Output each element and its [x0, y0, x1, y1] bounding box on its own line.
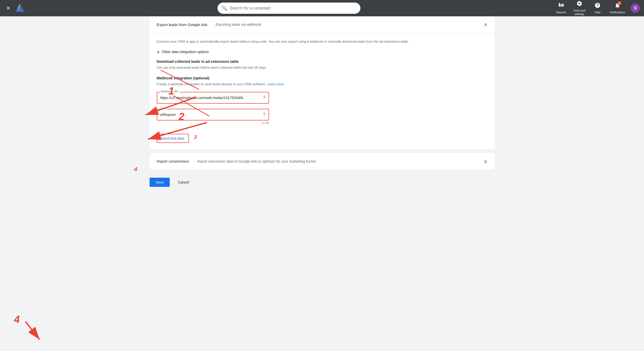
- key-help-icon[interactable]: ?: [263, 112, 265, 117]
- import-title: Import conversions: [157, 159, 189, 163]
- cancel-button[interactable]: Cancel: [174, 178, 193, 187]
- key-counter: 8 / 50: [157, 122, 269, 125]
- webhook-url-input-row[interactable]: ?: [157, 92, 269, 104]
- bottom-actions: 4 Save Cancel: [150, 174, 495, 191]
- search-icon: 🔍: [222, 5, 227, 11]
- webhook-desc-text: Create a webhook integration to send lea…: [157, 82, 267, 86]
- svg-line-15: [26, 322, 40, 340]
- other-data-label: Other data integration options: [162, 50, 209, 54]
- webhook-subsection: Webhook integration (optional) Create a …: [157, 76, 488, 143]
- download-subsection: Download collected leads in ad extension…: [157, 59, 488, 70]
- section-title-export: Export leads from Google Ads: [157, 22, 208, 27]
- section-header: Export leads from Google Ads Exporting l…: [150, 16, 495, 33]
- search-bar[interactable]: 🔍: [217, 3, 360, 14]
- tools-icon: [576, 1, 582, 8]
- tools-nav-button[interactable]: Tools and settings: [571, 0, 588, 17]
- other-data-toggle[interactable]: ∧ Other data integration options: [157, 50, 488, 54]
- download-title: Download collected leads in ad extension…: [157, 59, 488, 64]
- reports-label: Reports: [556, 10, 566, 14]
- nav-right: Reports Tools and settings Help: [553, 0, 640, 17]
- key-label: Key: [160, 107, 167, 110]
- section-header-left: Export leads from Google Ads Exporting l…: [157, 22, 261, 27]
- annotation-3: 3: [194, 134, 197, 140]
- help-label: Help: [595, 10, 601, 14]
- webhook-url-input[interactable]: [160, 96, 263, 100]
- export-leads-card: Export leads from Google Ads Exporting l…: [150, 16, 495, 149]
- key-input[interactable]: [160, 113, 263, 117]
- search-wrapper: 🔍: [28, 3, 550, 14]
- help-nav-button[interactable]: Help: [590, 1, 605, 15]
- key-field-wrapper: Key ? 8 / 50: [157, 109, 269, 125]
- main-content: Export leads from Google Ads Exporting l…: [143, 16, 501, 201]
- collapse-button[interactable]: ∧: [484, 21, 488, 28]
- svg-rect-5: [559, 3, 560, 7]
- import-subtitle: Import conversion data to Google Ads to …: [197, 159, 316, 163]
- help-icon: [594, 2, 601, 10]
- webhook-url-label: Webhook URL: [160, 90, 180, 93]
- notifications-label: Notifications: [610, 10, 625, 14]
- chevron-down-icon: ∨: [484, 158, 488, 164]
- section-body: Connect your CRM or app to automatically…: [150, 33, 495, 149]
- notifications-icon-wrapper: 1: [614, 2, 621, 10]
- notifications-nav-button[interactable]: 1 Notifications: [607, 1, 628, 15]
- notification-badge: 1: [617, 1, 622, 5]
- close-button[interactable]: ✕: [4, 4, 12, 12]
- import-conversions-card: Import conversions Import conversion dat…: [150, 153, 495, 170]
- top-navigation: ✕ 🔍: [0, 0, 644, 16]
- user-avatar[interactable]: S: [631, 4, 640, 13]
- send-test-label: Send test data: [161, 136, 184, 140]
- section-description: Connect your CRM or app to automatically…: [157, 39, 488, 44]
- webhook-desc: Create a webhook integration to send lea…: [157, 82, 488, 87]
- learn-more-link[interactable]: Learn more: [267, 82, 284, 86]
- webhook-title: Webhook integration (optional): [157, 76, 488, 80]
- webhook-url-help-icon[interactable]: ?: [263, 95, 265, 100]
- webhook-url-field-wrapper: Webhook URL ?: [157, 92, 269, 104]
- import-header-left: Import conversions Import conversion dat…: [157, 159, 316, 163]
- nav-left: ✕: [4, 4, 25, 13]
- section-subtitle-webhook: Exporting leads via webhook: [216, 22, 261, 27]
- annotation-4: 4: [134, 166, 137, 173]
- svg-rect-7: [562, 4, 564, 7]
- send-test-button[interactable]: Send test data: [157, 134, 189, 143]
- download-desc: You can only download leads that've been…: [157, 65, 488, 70]
- import-header[interactable]: Import conversions Import conversion dat…: [150, 153, 495, 170]
- tools-label: Tools and settings: [573, 9, 585, 16]
- svg-text:4: 4: [14, 314, 20, 325]
- search-input[interactable]: [230, 6, 356, 10]
- key-input-row[interactable]: ?: [157, 109, 269, 120]
- google-ads-logo: [15, 4, 25, 13]
- reports-nav-button[interactable]: Reports: [553, 1, 569, 15]
- save-button[interactable]: Save: [150, 178, 170, 187]
- reports-icon: [558, 2, 564, 10]
- svg-rect-6: [561, 4, 562, 7]
- chevron-up-icon: ∧: [157, 50, 160, 54]
